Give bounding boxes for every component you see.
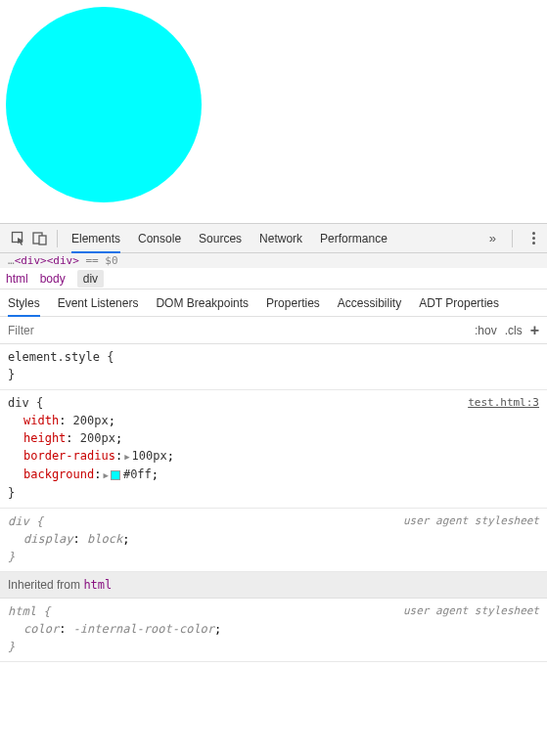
- filter-actions: :hov .cls +: [467, 322, 547, 339]
- more-tabs-icon[interactable]: »: [489, 231, 496, 245]
- tab-network[interactable]: Network: [259, 225, 302, 252]
- css-property: color: -internal-root-color;: [8, 620, 539, 638]
- tab-performance[interactable]: Performance: [320, 225, 387, 252]
- brace-open: {: [36, 514, 43, 528]
- selector: div: [8, 514, 29, 528]
- selector: html: [8, 604, 36, 618]
- toolbar-separator: [512, 230, 513, 247]
- devtools-panel: Elements Console Sources Network Perform…: [0, 223, 547, 662]
- ua-label: user agent stylesheet: [403, 512, 539, 530]
- div-rule[interactable]: test.html:3 div { width: 200px; height: …: [0, 390, 547, 509]
- main-tabs: Elements Console Sources Network Perform…: [71, 225, 489, 252]
- inherited-label: Inherited from: [8, 578, 80, 592]
- brace-close: }: [8, 550, 15, 563]
- tab-sources[interactable]: Sources: [199, 225, 242, 252]
- subtab-adt-properties[interactable]: ADT Properties: [419, 290, 499, 316]
- source-link[interactable]: test.html:3: [468, 394, 539, 412]
- crumb-html[interactable]: html: [6, 272, 28, 286]
- device-toggle-icon[interactable]: [29, 228, 51, 249]
- toolbar-right: »: [489, 228, 539, 248]
- ua-html-rule: user agent stylesheet html { color: -int…: [0, 599, 547, 662]
- styles-pane: element.style { } test.html:3 div { widt…: [0, 344, 547, 662]
- selector: div: [8, 396, 29, 410]
- crumb-div[interactable]: div: [77, 270, 104, 288]
- rendered-circle: [6, 7, 202, 202]
- tab-console[interactable]: Console: [138, 225, 181, 252]
- subtab-styles[interactable]: Styles: [8, 290, 40, 316]
- brace-open: {: [107, 350, 114, 364]
- element-style-rule[interactable]: element.style { }: [0, 344, 547, 390]
- css-property: display: block;: [8, 530, 539, 548]
- crumb-body[interactable]: body: [40, 272, 66, 286]
- filter-row: :hov .cls +: [0, 317, 547, 344]
- subtab-event-listeners[interactable]: Event Listeners: [58, 290, 139, 316]
- color-swatch[interactable]: [111, 470, 120, 480]
- tab-elements[interactable]: Elements: [71, 225, 120, 252]
- cls-toggle[interactable]: .cls: [505, 324, 523, 337]
- inspect-icon[interactable]: [8, 228, 29, 249]
- inherited-from-bar: Inherited from html: [0, 572, 547, 599]
- dom-tags: <div><div>: [15, 254, 79, 267]
- breadcrumb: html body div: [0, 268, 547, 289]
- css-property[interactable]: border-radius:▶100px;: [8, 447, 539, 466]
- svg-rect-2: [39, 236, 46, 245]
- subtab-accessibility[interactable]: Accessibility: [338, 290, 401, 316]
- css-property[interactable]: background:▶#0ff;: [8, 466, 539, 484]
- brace-close: }: [8, 486, 15, 500]
- selector: element.style: [8, 350, 100, 364]
- brace-open: {: [43, 604, 50, 618]
- brace-open: {: [36, 396, 43, 410]
- subtab-properties[interactable]: Properties: [266, 290, 320, 316]
- filter-input[interactable]: [0, 317, 467, 343]
- brace-close: }: [8, 368, 15, 381]
- expand-icon[interactable]: ▶: [103, 470, 108, 480]
- inherited-tag[interactable]: html: [83, 578, 112, 592]
- hov-toggle[interactable]: :hov: [475, 324, 497, 337]
- toolbar-separator: [57, 230, 58, 247]
- new-style-rule-icon[interactable]: +: [530, 322, 539, 339]
- ua-label: user agent stylesheet: [403, 602, 539, 620]
- styles-sub-tabs: Styles Event Listeners DOM Breakpoints P…: [0, 289, 547, 317]
- css-property[interactable]: height: 200px;: [8, 429, 539, 447]
- css-property[interactable]: width: 200px;: [8, 412, 539, 429]
- dom-suffix: == $0: [79, 254, 118, 267]
- page-preview: [0, 0, 547, 223]
- kebab-menu-icon[interactable]: [528, 228, 539, 248]
- devtools-toolbar: Elements Console Sources Network Perform…: [0, 224, 547, 253]
- brace-close: }: [8, 640, 15, 653]
- subtab-dom-breakpoints[interactable]: DOM Breakpoints: [156, 290, 249, 316]
- ua-div-rule: user agent stylesheet div { display: blo…: [0, 509, 547, 572]
- dom-selection-line[interactable]: …<div><div> == $0: [0, 253, 547, 268]
- expand-icon[interactable]: ▶: [124, 452, 129, 462]
- dom-ellipsis: …: [8, 254, 15, 267]
